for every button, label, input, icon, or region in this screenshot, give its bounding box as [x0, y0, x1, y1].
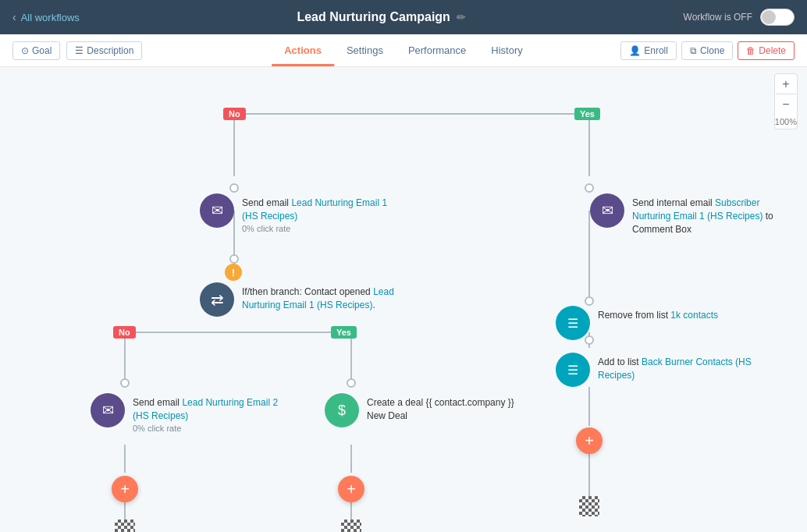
- workflow-title: Lead Nurturing Campaign: [297, 10, 450, 24]
- send-email-2-icon: ✉: [91, 393, 125, 427]
- send-email-1-icon: ✉: [200, 193, 234, 228]
- remove-list-icon: ☰: [556, 306, 590, 340]
- create-deal-label: Create a deal {{ contact.company }} New …: [367, 397, 514, 421]
- tab-history[interactable]: History: [478, 37, 535, 66]
- header-center: Lead Nurturing Campaign ✏: [297, 10, 465, 24]
- toolbar-right: 👤 Enroll ⧉ Clone 🗑 Delete: [620, 41, 795, 60]
- node-create-deal[interactable]: $ Create a deal {{ contact.company }} Ne…: [325, 393, 523, 427]
- toolbar-left: ⊙ Goal ☰ Description: [12, 41, 142, 60]
- checkerboard-mid: [341, 520, 361, 532]
- back-arrow-icon: ‹: [12, 11, 16, 23]
- zoom-out-button[interactable]: −: [776, 94, 796, 115]
- description-button[interactable]: ☰ Description: [66, 41, 142, 60]
- checkerboard-right: [579, 496, 599, 516]
- workflow-canvas: + − 100%: [0, 67, 807, 532]
- svg-point-18: [585, 184, 593, 192]
- tab-performance[interactable]: Performance: [396, 37, 478, 66]
- node-send-internal-email[interactable]: ✉ Send internal email Subscriber Nurturi…: [590, 193, 788, 236]
- enroll-label: Enroll: [644, 45, 668, 56]
- svg-point-22: [121, 379, 129, 387]
- send-email-2-text: Send email Lead Nurturing Email 2 (HS Re…: [133, 393, 289, 434]
- end-marker-right: [579, 496, 599, 516]
- header-right: Workflow is OFF: [684, 9, 795, 26]
- clone-button[interactable]: ⧉ Clone: [681, 41, 733, 60]
- add-btn-left[interactable]: +: [112, 476, 138, 502]
- create-deal-icon: $: [325, 393, 359, 427]
- description-icon: ☰: [75, 45, 84, 56]
- yes-label-top: Yes: [574, 108, 600, 120]
- delete-icon: 🗑: [746, 45, 755, 56]
- svg-point-19: [230, 255, 238, 263]
- send-internal-prefix: Send internal email: [632, 197, 715, 208]
- send-internal-text: Send internal email Subscriber Nurturing…: [632, 193, 788, 236]
- header: ‹ All workflows Lead Nurturing Campaign …: [0, 0, 807, 34]
- toolbar: ⊙ Goal ☰ Description Actions Settings Pe…: [0, 34, 807, 67]
- ifthen-icon: ⇄: [200, 282, 234, 317]
- add-list-prefix: Add to list: [598, 356, 642, 367]
- end-marker-left: [115, 520, 135, 532]
- node-send-email-2[interactable]: ✉ Send email Lead Nurturing Email 2 (HS …: [91, 393, 289, 434]
- delete-button[interactable]: 🗑 Delete: [738, 41, 795, 60]
- workflow-toggle[interactable]: [760, 9, 795, 26]
- no-label-top: No: [223, 108, 246, 120]
- ifthen-suffix: .: [372, 300, 375, 310]
- back-label[interactable]: All workflows: [21, 12, 80, 23]
- checkerboard-left: [115, 520, 135, 532]
- remove-list-text: Remove from list 1k contacts: [598, 306, 718, 322]
- goal-label: Goal: [32, 45, 52, 56]
- send-email-2-prefix: Send email: [133, 397, 182, 408]
- zoom-level: 100%: [775, 115, 797, 129]
- svg-point-23: [347, 379, 355, 387]
- svg-point-17: [230, 184, 238, 192]
- enroll-button[interactable]: 👤 Enroll: [620, 41, 677, 60]
- add-btn-right[interactable]: +: [576, 427, 603, 454]
- node-ifthen[interactable]: ⇄ If/then branch: Contact opened Lead Nu…: [200, 282, 398, 317]
- toggle-knob: [762, 10, 776, 24]
- send-email-1-prefix: Send email: [242, 197, 291, 208]
- branch-yes-mid: Yes: [331, 325, 357, 339]
- toggle-track[interactable]: [760, 9, 795, 26]
- branch-no-mid: No: [113, 325, 136, 339]
- create-deal-text: Create a deal {{ contact.company }} New …: [367, 393, 523, 423]
- clone-label: Clone: [700, 45, 724, 56]
- end-marker-mid: [341, 520, 361, 532]
- tabs: Actions Settings Performance History: [272, 36, 535, 66]
- send-internal-icon: ✉: [590, 193, 624, 228]
- zoom-in-button[interactable]: +: [776, 74, 796, 94]
- workflow-status: Workflow is OFF: [684, 12, 752, 23]
- warning-icon: !: [225, 264, 242, 281]
- goal-icon: ⊙: [21, 45, 29, 56]
- remove-list-link[interactable]: 1k contacts: [670, 310, 718, 321]
- add-list-text: Add to list Back Burner Contacts (HS Rec…: [598, 353, 754, 382]
- remove-list-prefix: Remove from list: [598, 310, 670, 321]
- svg-point-20: [585, 297, 593, 305]
- warning-indicator: !: [225, 264, 242, 281]
- send-email-1-subtext: 0% click rate: [242, 223, 398, 235]
- branch-no-top: No: [223, 106, 246, 120]
- add-list-icon: ☰: [556, 353, 590, 387]
- add-button-right[interactable]: +: [576, 427, 603, 454]
- ifthen-prefix: If/then branch: Contact opened: [242, 286, 373, 297]
- enroll-icon: 👤: [629, 45, 641, 56]
- back-nav[interactable]: ‹ All workflows: [12, 11, 80, 23]
- description-label: Description: [87, 45, 133, 56]
- send-email-2-subtext: 0% click rate: [133, 423, 289, 434]
- delete-label: Delete: [759, 45, 786, 56]
- send-email-1-text: Send email Lead Nurturing Email 1 (HS Re…: [242, 193, 398, 235]
- clone-icon: ⧉: [690, 45, 697, 56]
- tab-settings[interactable]: Settings: [334, 37, 396, 66]
- no-label-mid: No: [113, 326, 136, 339]
- add-btn-mid[interactable]: +: [338, 476, 364, 502]
- yes-label-mid: Yes: [331, 326, 357, 339]
- edit-icon[interactable]: ✏: [457, 11, 466, 23]
- add-button-left[interactable]: +: [112, 476, 138, 502]
- zoom-controls: + − 100%: [774, 73, 798, 129]
- node-send-email-1[interactable]: ✉ Send email Lead Nurturing Email 1 (HS …: [200, 193, 398, 235]
- branch-yes-top: Yes: [574, 106, 600, 120]
- ifthen-text: If/then branch: Contact opened Lead Nurt…: [242, 282, 398, 312]
- node-remove-list[interactable]: ☰ Remove from list 1k contacts: [556, 306, 718, 340]
- tab-actions[interactable]: Actions: [272, 37, 334, 66]
- node-add-list[interactable]: ☰ Add to list Back Burner Contacts (HS R…: [556, 353, 754, 387]
- add-button-mid[interactable]: +: [338, 476, 364, 502]
- goal-button[interactable]: ⊙ Goal: [12, 41, 60, 60]
